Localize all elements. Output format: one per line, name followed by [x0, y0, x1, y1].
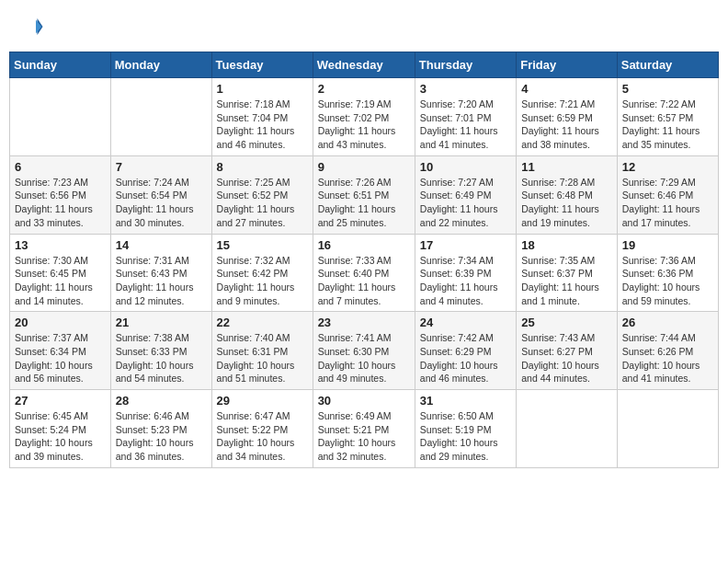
day-number: 1: [217, 82, 308, 96]
day-info: Sunrise: 7:31 AM Sunset: 6:43 PM Dayligh…: [116, 254, 207, 308]
day-number: 11: [521, 160, 612, 174]
day-info: Sunrise: 6:49 AM Sunset: 5:21 PM Dayligh…: [318, 409, 410, 464]
calendar-week-row: 6Sunrise: 7:23 AM Sunset: 6:56 PM Daylig…: [10, 155, 719, 234]
calendar-cell: 17Sunrise: 7:34 AM Sunset: 6:39 PM Dayli…: [415, 234, 516, 312]
calendar-cell: 29Sunrise: 6:47 AM Sunset: 5:22 PM Dayli…: [211, 390, 313, 468]
day-number: 23: [318, 316, 410, 329]
day-info: Sunrise: 7:44 AM Sunset: 6:26 PM Dayligh…: [622, 331, 713, 385]
calendar-cell: 24Sunrise: 7:42 AM Sunset: 6:29 PM Dayli…: [415, 312, 516, 390]
calendar-table: SundayMondayTuesdayWednesdayThursdayFrid…: [9, 52, 719, 468]
calendar-cell: 27Sunrise: 6:45 AM Sunset: 5:24 PM Dayli…: [10, 390, 111, 468]
day-info: Sunrise: 6:45 AM Sunset: 5:24 PM Dayligh…: [15, 409, 106, 464]
day-number: 4: [521, 82, 612, 96]
day-number: 12: [622, 160, 713, 174]
day-number: 2: [318, 82, 410, 96]
day-header-sunday: Sunday: [10, 52, 111, 78]
calendar-cell: 8Sunrise: 7:25 AM Sunset: 6:52 PM Daylig…: [211, 155, 313, 234]
calendar-cell: 7Sunrise: 7:24 AM Sunset: 6:54 PM Daylig…: [110, 155, 211, 234]
day-info: Sunrise: 7:27 AM Sunset: 6:49 PM Dayligh…: [420, 176, 511, 230]
day-number: 3: [420, 82, 511, 96]
day-number: 14: [116, 238, 207, 252]
calendar-cell: 31Sunrise: 6:50 AM Sunset: 5:19 PM Dayli…: [415, 390, 516, 468]
calendar-cell: [10, 78, 111, 156]
day-info: Sunrise: 7:28 AM Sunset: 6:48 PM Dayligh…: [521, 176, 612, 230]
calendar-cell: [517, 390, 618, 468]
calendar-cell: 18Sunrise: 7:35 AM Sunset: 6:37 PM Dayli…: [517, 234, 618, 312]
calendar-cell: [617, 390, 718, 468]
day-header-tuesday: Tuesday: [211, 52, 313, 78]
calendar-week-row: 13Sunrise: 7:30 AM Sunset: 6:45 PM Dayli…: [10, 234, 719, 312]
day-info: Sunrise: 7:24 AM Sunset: 6:54 PM Dayligh…: [116, 176, 207, 230]
day-header-saturday: Saturday: [617, 52, 718, 78]
day-number: 25: [521, 316, 612, 329]
day-header-friday: Friday: [517, 52, 618, 78]
calendar-week-row: 1Sunrise: 7:18 AM Sunset: 7:04 PM Daylig…: [10, 78, 719, 156]
calendar-cell: 4Sunrise: 7:21 AM Sunset: 6:59 PM Daylig…: [517, 78, 618, 156]
day-info: Sunrise: 7:19 AM Sunset: 7:02 PM Dayligh…: [318, 98, 410, 152]
logo-icon: [17, 13, 44, 40]
day-info: Sunrise: 7:30 AM Sunset: 6:45 PM Dayligh…: [15, 254, 106, 308]
calendar-cell: 11Sunrise: 7:28 AM Sunset: 6:48 PM Dayli…: [517, 155, 618, 234]
day-info: Sunrise: 7:41 AM Sunset: 6:30 PM Dayligh…: [318, 331, 410, 385]
day-header-monday: Monday: [110, 52, 211, 78]
day-number: 18: [521, 238, 612, 252]
day-number: 19: [622, 238, 713, 252]
day-info: Sunrise: 7:32 AM Sunset: 6:42 PM Dayligh…: [217, 254, 308, 308]
calendar-cell: 25Sunrise: 7:43 AM Sunset: 6:27 PM Dayli…: [517, 312, 618, 390]
calendar-cell: 13Sunrise: 7:30 AM Sunset: 6:45 PM Dayli…: [10, 234, 111, 312]
day-info: Sunrise: 7:35 AM Sunset: 6:37 PM Dayligh…: [521, 254, 612, 308]
day-info: Sunrise: 7:38 AM Sunset: 6:33 PM Dayligh…: [116, 331, 207, 385]
day-info: Sunrise: 7:29 AM Sunset: 6:46 PM Dayligh…: [622, 176, 713, 230]
day-number: 29: [217, 394, 308, 408]
day-header-thursday: Thursday: [415, 52, 516, 78]
day-info: Sunrise: 6:46 AM Sunset: 5:23 PM Dayligh…: [116, 409, 207, 464]
day-number: 20: [15, 316, 106, 329]
calendar-cell: 1Sunrise: 7:18 AM Sunset: 7:04 PM Daylig…: [211, 78, 313, 156]
calendar-cell: 2Sunrise: 7:19 AM Sunset: 7:02 PM Daylig…: [313, 78, 415, 156]
day-info: Sunrise: 7:40 AM Sunset: 6:31 PM Dayligh…: [217, 331, 308, 385]
calendar-cell: [110, 78, 211, 156]
day-info: Sunrise: 7:42 AM Sunset: 6:29 PM Dayligh…: [420, 331, 511, 385]
calendar-cell: 15Sunrise: 7:32 AM Sunset: 6:42 PM Dayli…: [211, 234, 313, 312]
calendar-cell: 12Sunrise: 7:29 AM Sunset: 6:46 PM Dayli…: [617, 155, 718, 234]
day-number: 17: [420, 238, 511, 252]
day-number: 28: [116, 394, 207, 408]
day-info: Sunrise: 6:47 AM Sunset: 5:22 PM Dayligh…: [217, 409, 308, 464]
day-number: 16: [318, 238, 410, 252]
calendar-week-row: 20Sunrise: 7:37 AM Sunset: 6:34 PM Dayli…: [10, 312, 719, 390]
day-info: Sunrise: 7:36 AM Sunset: 6:36 PM Dayligh…: [622, 254, 713, 308]
calendar-cell: 6Sunrise: 7:23 AM Sunset: 6:56 PM Daylig…: [10, 155, 111, 234]
day-info: Sunrise: 7:26 AM Sunset: 6:51 PM Dayligh…: [318, 176, 410, 230]
day-number: 30: [318, 394, 410, 408]
day-header-wednesday: Wednesday: [313, 52, 415, 78]
calendar-cell: 21Sunrise: 7:38 AM Sunset: 6:33 PM Dayli…: [110, 312, 211, 390]
day-number: 27: [15, 394, 106, 408]
day-number: 6: [15, 160, 106, 174]
day-number: 7: [116, 160, 207, 174]
day-number: 9: [318, 160, 410, 174]
day-info: Sunrise: 7:43 AM Sunset: 6:27 PM Dayligh…: [521, 331, 612, 385]
day-number: 24: [420, 316, 511, 329]
calendar-cell: 23Sunrise: 7:41 AM Sunset: 6:30 PM Dayli…: [313, 312, 415, 390]
calendar-header-row: SundayMondayTuesdayWednesdayThursdayFrid…: [10, 52, 719, 78]
day-number: 15: [217, 238, 308, 252]
day-number: 31: [420, 394, 511, 408]
calendar-cell: 14Sunrise: 7:31 AM Sunset: 6:43 PM Dayli…: [110, 234, 211, 312]
day-info: Sunrise: 7:20 AM Sunset: 7:01 PM Dayligh…: [420, 98, 511, 152]
calendar-cell: 9Sunrise: 7:26 AM Sunset: 6:51 PM Daylig…: [313, 155, 415, 234]
day-info: Sunrise: 7:37 AM Sunset: 6:34 PM Dayligh…: [15, 331, 106, 385]
day-info: Sunrise: 6:50 AM Sunset: 5:19 PM Dayligh…: [420, 409, 511, 464]
day-number: 5: [622, 82, 713, 96]
day-number: 13: [15, 238, 106, 252]
calendar-cell: 16Sunrise: 7:33 AM Sunset: 6:40 PM Dayli…: [313, 234, 415, 312]
calendar-cell: 26Sunrise: 7:44 AM Sunset: 6:26 PM Dayli…: [617, 312, 718, 390]
day-info: Sunrise: 7:33 AM Sunset: 6:40 PM Dayligh…: [318, 254, 410, 308]
day-number: 21: [116, 316, 207, 329]
day-number: 26: [622, 316, 713, 329]
calendar-cell: 3Sunrise: 7:20 AM Sunset: 7:01 PM Daylig…: [415, 78, 516, 156]
day-info: Sunrise: 7:22 AM Sunset: 6:57 PM Dayligh…: [622, 98, 713, 152]
calendar-cell: 28Sunrise: 6:46 AM Sunset: 5:23 PM Dayli…: [110, 390, 211, 468]
logo: [17, 13, 48, 40]
page-header: [9, 9, 719, 44]
calendar-cell: 30Sunrise: 6:49 AM Sunset: 5:21 PM Dayli…: [313, 390, 415, 468]
